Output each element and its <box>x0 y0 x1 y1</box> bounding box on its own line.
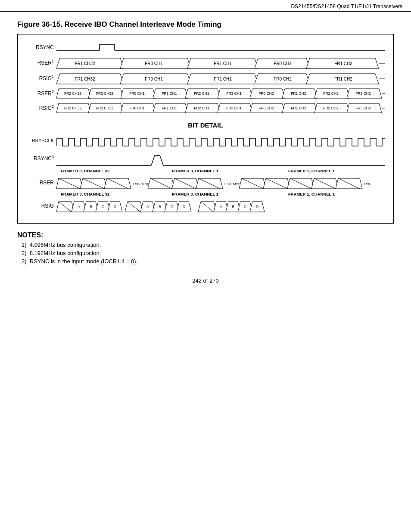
note-1: 1) 4.096MHz bus configuration. <box>22 242 394 248</box>
notes-title: NOTES: <box>17 231 394 239</box>
svg-text:LSB: LSB <box>133 182 140 186</box>
svg-line-72 <box>160 156 163 165</box>
rsig1-waveform: FR1 CH32 FR0 CH1 FR1 CH1 FR0 CH2 FR1 CH2 <box>56 73 385 83</box>
framer3-label-rsig: FRAMER 3, CHANNEL 32 <box>61 192 109 196</box>
framer-labels-rser: FRAMER 3, CHANNEL 32 FRAMER 0, CHANNEL 1… <box>26 168 385 175</box>
svg-text:FR3 CH2: FR3 CH2 <box>355 106 371 110</box>
svg-text:FR1 CH32: FR1 CH32 <box>75 77 95 81</box>
rsig2-svg: FR2 CH32 FR3 CH32 FR0 CH1 FR1 CH1 FR2 CH… <box>56 103 385 113</box>
svg-text:FR1 CH1: FR1 CH1 <box>162 91 177 96</box>
svg-text:FR1 CH2: FR1 CH2 <box>291 91 306 96</box>
svg-text:FR0 CH1: FR0 CH1 <box>129 106 145 110</box>
svg-text:FR0 CH2: FR0 CH2 <box>274 77 292 81</box>
rser2-svg: FR2 CH32 FR3 CH32 FR0 CH1 FR1 CH1 FR2 CH… <box>56 88 385 99</box>
svg-text:FR3 CH32: FR3 CH32 <box>96 91 113 96</box>
rsync-row: RSYNC <box>26 41 385 53</box>
svg-text:FR2 CH2: FR2 CH2 <box>323 91 339 96</box>
framer1-label-rsig: FRAMER 1, CHANNEL 1 <box>288 192 335 196</box>
svg-text:FR2 CH32: FR2 CH32 <box>64 106 81 110</box>
rsync-svg <box>56 43 385 52</box>
svg-text:FR2 CH32: FR2 CH32 <box>64 91 81 96</box>
svg-text:FR3 CH1: FR3 CH1 <box>226 106 242 110</box>
rsig-bd-svg: A B C D A B C D <box>56 201 385 212</box>
svg-text:A: A <box>146 205 149 209</box>
rsync3-label: RSYNC3 <box>26 155 56 162</box>
page-number: 242 of 270 <box>192 277 218 284</box>
rser-bd-waveform: LSB MSB LSB MSB <box>56 178 385 187</box>
rser1-label: RSER1 <box>26 59 56 66</box>
svg-text:C: C <box>244 205 247 209</box>
svg-text:FR0 CH2: FR0 CH2 <box>258 106 274 110</box>
svg-text:C: C <box>171 205 174 209</box>
svg-text:FR3 CH2: FR3 CH2 <box>355 91 371 96</box>
notes-section: NOTES: 1) 4.096MHz bus configuration. 2)… <box>17 231 394 264</box>
svg-text:D: D <box>256 205 259 209</box>
rsync3-svg <box>56 153 385 168</box>
svg-text:A: A <box>220 205 222 209</box>
svg-text:FR0 CH1: FR0 CH1 <box>145 77 163 81</box>
rsync-label: RSYNC <box>26 44 56 50</box>
figure-title: Figure 36-15. Receive IBO Channel Interl… <box>17 20 394 29</box>
svg-text:B: B <box>90 205 92 209</box>
rsync3-waveform <box>56 153 385 163</box>
framer-labels-rsig: FRAMER 3, CHANNEL 32 FRAMER 0, CHANNEL 1… <box>26 192 385 199</box>
note-2: 2) 8.192MHz bus configuration. <box>22 250 394 256</box>
svg-text:D: D <box>183 205 186 209</box>
rsig-bd-row: RSIG A B C D <box>26 199 385 212</box>
header-title: DS21455/DS21458 Quad T1/E1/J1 Transceive… <box>291 3 402 9</box>
svg-text:FR0 CH2: FR0 CH2 <box>274 61 292 66</box>
rser2-label: RSER2 <box>26 90 56 96</box>
notes-list: 1) 4.096MHz bus configuration. 2) 8.192M… <box>17 242 394 264</box>
svg-text:FR1 CH2: FR1 CH2 <box>291 106 306 110</box>
svg-text:FR2 CH1: FR2 CH1 <box>194 106 209 110</box>
note-3: 3) RSYNC is in the input mode (IOCR1.4 =… <box>22 258 394 264</box>
rsig-bd-waveform: A B C D A B C D <box>56 201 385 211</box>
rsysclk-row: RSYSCLK <box>26 133 385 148</box>
framer1-label-rser: FRAMER 1, CHANNEL 1 <box>288 168 335 173</box>
rsig2-label: RSIG2 <box>26 104 56 111</box>
svg-text:FR2 CH1: FR2 CH1 <box>194 91 209 96</box>
rsig-bd-label: RSIG <box>26 203 56 209</box>
rsysclk-svg <box>56 136 385 149</box>
framer3-label-rser: FRAMER 3, CHANNEL 32 <box>61 168 109 173</box>
rsysclk-label: RSYSCLK <box>26 137 56 143</box>
page-footer: 242 of 270 <box>17 277 394 284</box>
svg-text:B: B <box>159 205 161 209</box>
rsig1-row: RSIG1 FR1 CH32 FR0 CH1 FR1 CH1 FR0 CH2 F… <box>26 72 385 84</box>
framer0-label-rsig: FRAMER 0, CHANNEL 1 <box>172 192 218 196</box>
svg-text:MSB: MSB <box>142 182 149 186</box>
framer0-label-rser: FRAMER 0, CHANNEL 1 <box>172 168 218 173</box>
svg-text:FR1 CH1: FR1 CH1 <box>214 77 232 81</box>
header: DS21455/DS21458 Quad T1/E1/J1 Transceive… <box>0 0 411 12</box>
svg-text:FR3 CH1: FR3 CH1 <box>226 91 242 96</box>
diagram-box: RSYNC RSER1 <box>17 34 394 224</box>
svg-text:A: A <box>78 205 80 209</box>
rsig1-label: RSIG1 <box>26 75 56 81</box>
svg-text:B: B <box>232 205 234 209</box>
svg-text:FR3 CH32: FR3 CH32 <box>96 106 113 110</box>
svg-text:FR0 CH1: FR0 CH1 <box>145 61 163 66</box>
svg-text:LSB: LSB <box>224 182 231 186</box>
svg-text:FR1 CH2: FR1 CH2 <box>334 61 352 66</box>
svg-text:FR2 CH2: FR2 CH2 <box>323 106 339 110</box>
rsync-waveform <box>56 43 385 52</box>
rser-bd-row: RSER LSB MSB <box>26 176 385 189</box>
svg-text:FR0 CH1: FR0 CH1 <box>129 91 145 96</box>
rsig2-row: RSIG2 FR2 CH32 FR3 CH32 FR0 CH1 FR1 CH1 … <box>26 102 385 114</box>
bit-detail-title: BIT DETAIL <box>26 121 385 129</box>
rser1-waveform: .wseg { fill: white; stroke: black; stro… <box>56 58 385 67</box>
rser1-svg: .wseg { fill: white; stroke: black; stro… <box>56 58 385 69</box>
svg-text:D: D <box>114 205 117 209</box>
rser2-waveform: FR2 CH32 FR3 CH32 FR0 CH1 FR1 CH1 FR2 CH… <box>56 88 385 98</box>
rsysclk-waveform <box>56 136 385 145</box>
svg-text:C: C <box>102 205 105 209</box>
rsync3-row: RSYNC3 <box>26 150 385 166</box>
rser-bd-svg: LSB MSB LSB MSB <box>56 178 385 189</box>
main-content: Figure 36-15. Receive IBO Channel Interl… <box>0 12 411 292</box>
rser-bd-label: RSER <box>26 180 56 186</box>
svg-line-70 <box>151 156 155 165</box>
rsig1-svg: FR1 CH32 FR0 CH1 FR1 CH1 FR0 CH2 FR1 CH2 <box>56 73 385 84</box>
svg-text:FR0 CH2: FR0 CH2 <box>258 91 274 96</box>
rsig2-waveform: FR2 CH32 FR3 CH32 FR0 CH1 FR1 CH1 FR2 CH… <box>56 103 385 112</box>
rser2-row: RSER2 FR2 CH32 FR3 CH32 FR0 CH1 FR1 CH1 … <box>26 87 385 99</box>
